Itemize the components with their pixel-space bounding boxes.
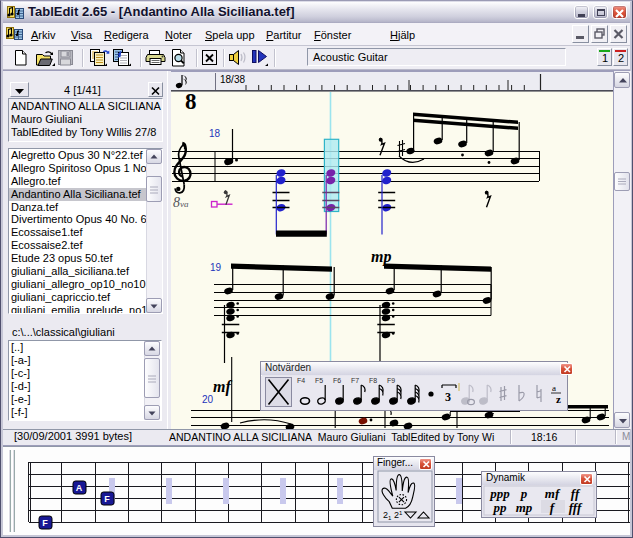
- svg-text:20: 20: [202, 394, 214, 405]
- svg-text:ppp: ppp: [489, 486, 510, 501]
- svg-text:F: F: [42, 518, 48, 528]
- svg-text:mf: mf: [213, 378, 232, 396]
- svg-text:F: F: [104, 494, 110, 504]
- svg-text:F4: F4: [297, 377, 305, 384]
- svg-text:F9: F9: [387, 377, 395, 384]
- svg-text:18/38: 18/38: [220, 74, 245, 85]
- svg-text:a: a: [552, 383, 556, 393]
- svg-text:p: p: [520, 486, 528, 501]
- svg-text:F7: F7: [351, 377, 359, 384]
- svg-text:F6: F6: [333, 377, 341, 384]
- svg-text:fff: fff: [569, 500, 583, 515]
- svg-text:z: z: [556, 393, 561, 405]
- svg-text:18: 18: [209, 128, 221, 139]
- svg-text:pp: pp: [493, 500, 508, 515]
- svg-text:F5: F5: [315, 377, 323, 384]
- svg-text:19: 19: [210, 262, 222, 273]
- svg-text:mp: mp: [516, 500, 533, 515]
- svg-text:mp: mp: [371, 248, 391, 266]
- svg-text:3: 3: [445, 390, 451, 404]
- svg-text:8: 8: [185, 89, 197, 114]
- svg-text:A: A: [76, 483, 83, 493]
- svg-text:mf: mf: [545, 486, 561, 501]
- svg-text:F8: F8: [369, 377, 377, 384]
